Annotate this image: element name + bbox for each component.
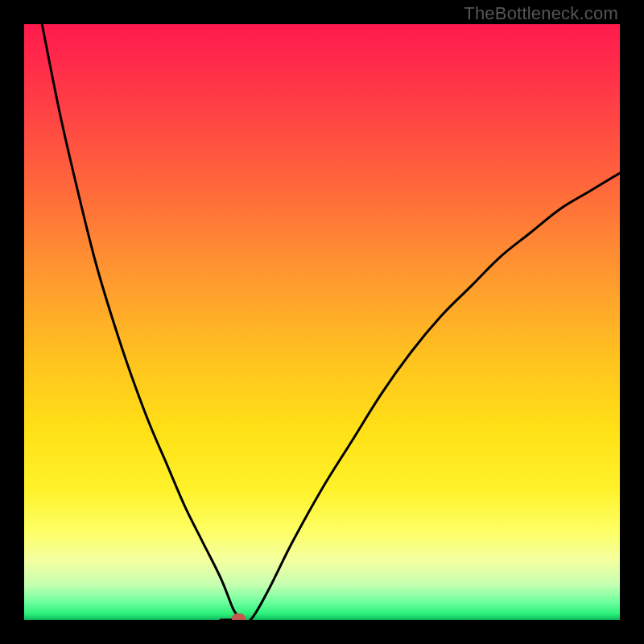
plot-area [24,24,620,620]
watermark-text: TheBottleneck.com [464,3,618,24]
bottleneck-curve [24,24,620,620]
optimum-marker [232,613,246,620]
chart-frame: TheBottleneck.com [0,0,644,644]
